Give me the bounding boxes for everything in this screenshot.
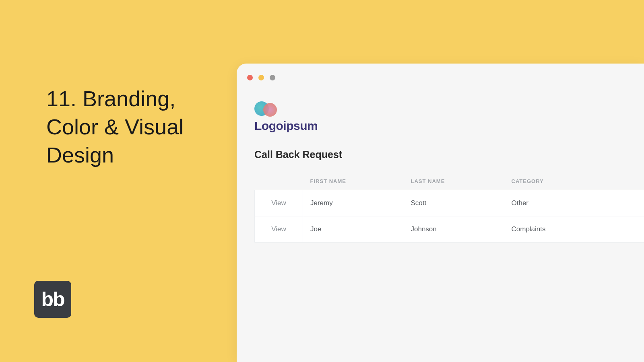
logo-mark-icon xyxy=(254,101,279,117)
cell-first-name: Jeremy xyxy=(303,190,404,216)
table-header-last-name: LAST NAME xyxy=(404,173,504,190)
view-link[interactable]: View xyxy=(255,190,303,216)
cell-category: Other xyxy=(504,190,644,216)
slide-stage: 11. Branding, Color & Visual Design bb L… xyxy=(0,0,644,362)
app-content: Logoipsum Call Back Request FIRST NAME L… xyxy=(254,101,644,243)
window-traffic-lights xyxy=(247,75,275,80)
table-header-category: CATEGORY xyxy=(504,173,644,190)
logo-text: Logoipsum xyxy=(254,119,644,133)
window-minimize-dot-icon[interactable] xyxy=(258,75,264,80)
app-window: Logoipsum Call Back Request FIRST NAME L… xyxy=(237,64,644,362)
cell-last-name: Johnson xyxy=(404,216,504,243)
cell-last-name: Scott xyxy=(404,190,504,216)
table-row: View Jeremy Scott Other xyxy=(255,190,644,216)
table-header-first-name: FIRST NAME xyxy=(303,173,404,190)
table-header-action xyxy=(255,173,303,190)
slide-headline: 11. Branding, Color & Visual Design xyxy=(46,84,219,169)
callback-table: FIRST NAME LAST NAME CATEGORY View Jerem… xyxy=(254,173,644,243)
window-close-dot-icon[interactable] xyxy=(247,75,253,80)
bb-logo-text: bb xyxy=(41,288,64,311)
cell-first-name: Joe xyxy=(303,216,404,243)
view-link[interactable]: View xyxy=(255,216,303,243)
table-header-row: FIRST NAME LAST NAME CATEGORY xyxy=(255,173,644,190)
table-row: View Joe Johnson Complaints xyxy=(255,216,644,243)
bb-logo-badge: bb xyxy=(34,281,71,318)
cell-category: Complaints xyxy=(504,216,644,243)
window-zoom-dot-icon[interactable] xyxy=(270,75,275,80)
app-logo: Logoipsum xyxy=(254,101,644,133)
section-title: Call Back Request xyxy=(254,149,644,160)
